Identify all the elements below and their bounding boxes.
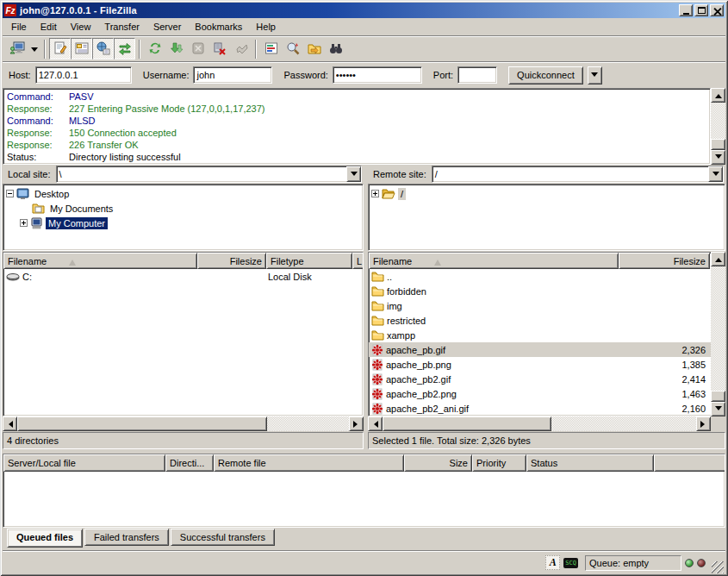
column-header-filetype[interactable]: Filetype: [266, 253, 352, 269]
transfer-type-icon[interactable]: A: [545, 555, 560, 570]
scrollbar-thumb[interactable]: [711, 391, 725, 402]
toggle-remote-tree-button[interactable]: [92, 38, 114, 59]
tab-queued-files[interactable]: Queued files: [7, 529, 83, 548]
synchronized-browsing-button[interactable]: [303, 38, 325, 59]
file-row[interactable]: img: [369, 298, 725, 313]
menu-item-server[interactable]: Server: [146, 19, 188, 34]
password-input[interactable]: [333, 66, 422, 84]
maximize-button[interactable]: [694, 4, 708, 16]
imagefile-icon: [371, 373, 383, 385]
file-row[interactable]: apache_pb2_ani.gif2,160: [369, 401, 725, 416]
tree-item-remote[interactable]: /: [369, 186, 725, 201]
find-files-button[interactable]: [325, 38, 346, 59]
menu-item-view[interactable]: View: [64, 19, 98, 34]
tab-successful-transfers[interactable]: Successful transfers: [171, 529, 275, 546]
reconnect-button[interactable]: [230, 38, 252, 59]
menu-item-edit[interactable]: Edit: [34, 19, 64, 34]
chevron-down-icon: [712, 172, 719, 179]
file-row[interactable]: apache_pb2.gif2,414: [369, 372, 725, 386]
site-manager-icon: [9, 41, 25, 57]
resize-grip[interactable]: [712, 561, 724, 573]
directory-listing-filters-button[interactable]: [260, 38, 282, 59]
minimize-button[interactable]: [679, 4, 693, 16]
process-queue-button[interactable]: [165, 38, 187, 59]
file-row[interactable]: apache_pb.gif2,326: [369, 342, 725, 357]
file-row[interactable]: forbidden: [369, 284, 725, 298]
expand-plus-icon[interactable]: [371, 190, 379, 197]
port-input[interactable]: [457, 66, 497, 84]
column-header-filename[interactable]: Filename: [369, 253, 619, 269]
scrollbar-thumb[interactable]: [711, 139, 725, 150]
window-title: john@127.0.0.1 - FileZilla: [20, 5, 677, 16]
compare-directories-button[interactable]: [282, 38, 303, 59]
scrollbar-thumb[interactable]: [383, 416, 551, 431]
filesize-cell: 2,160: [619, 401, 710, 416]
queue-column-blank[interactable]: [654, 454, 725, 472]
queue-column-server-local-file[interactable]: Server/Local file: [3, 454, 165, 472]
site-manager-button[interactable]: [6, 38, 28, 59]
toggle-local-tree-button[interactable]: [71, 38, 92, 59]
filename-cell: apache_pb2_ani.gif: [369, 401, 619, 416]
scroll-down-button[interactable]: [711, 150, 725, 165]
close-button[interactable]: [710, 4, 724, 16]
menu-item-help[interactable]: Help: [249, 19, 283, 34]
column-header-l[interactable]: L: [352, 253, 364, 269]
filename-cell: C:: [3, 269, 197, 284]
queue-column-priority[interactable]: Priority: [472, 454, 526, 472]
queue-column-size[interactable]: Size: [404, 454, 472, 472]
documents-icon: [32, 203, 45, 214]
collapse-minus-icon[interactable]: [6, 190, 14, 197]
title-bar[interactable]: Fz john@127.0.0.1 - FileZilla: [3, 3, 725, 18]
tree-item-local[interactable]: My Documents: [3, 201, 363, 216]
scroll-right-button[interactable]: [349, 416, 364, 431]
find-files-icon: [329, 41, 343, 57]
host-input[interactable]: [35, 66, 132, 84]
cancel-operation-button[interactable]: [187, 38, 208, 59]
speed-limits-icon[interactable]: SCQ: [563, 558, 578, 568]
local-site-dropdown[interactable]: [346, 166, 361, 182]
local-list-hscrollbar[interactable]: [3, 416, 364, 431]
toggle-message-log-button[interactable]: [49, 38, 71, 59]
column-header-filesize[interactable]: Filesize: [197, 253, 266, 269]
menu-item-bookmarks[interactable]: Bookmarks: [188, 19, 249, 34]
file-row[interactable]: apache_pb.png1,385: [369, 357, 725, 372]
column-header-filesize[interactable]: Filesize: [619, 253, 710, 269]
menu-item-transfer[interactable]: Transfer: [97, 19, 146, 34]
scroll-right-button[interactable]: [696, 416, 711, 431]
queue-column-directi-[interactable]: Directi...: [165, 454, 214, 472]
remote-list-vscrollbar[interactable]: [711, 252, 725, 416]
scroll-up-button[interactable]: [711, 88, 725, 103]
remote-list-hscrollbar[interactable]: [368, 416, 711, 431]
queue-column-remote-file[interactable]: Remote file: [214, 454, 404, 472]
scroll-down-button[interactable]: [711, 402, 725, 416]
scrollbar-thumb[interactable]: [17, 416, 267, 431]
site-manager-dropdown[interactable]: [28, 38, 40, 59]
remote-site-dropdown[interactable]: [708, 166, 723, 182]
file-row[interactable]: apache_pb2.png1,463: [369, 386, 725, 401]
queue-column-status[interactable]: Status: [526, 454, 654, 472]
message-log-scrollbar[interactable]: [711, 88, 725, 165]
filename-text: apache_pb2_ani.gif: [386, 404, 469, 414]
scroll-up-button[interactable]: [711, 252, 725, 266]
arrow-right-icon: [353, 421, 361, 428]
refresh-button[interactable]: [144, 38, 165, 59]
file-row[interactable]: C:Local Disk: [3, 269, 363, 284]
remote-site-combo[interactable]: /: [432, 166, 724, 183]
file-row[interactable]: restricted: [369, 313, 725, 328]
file-row[interactable]: xampp: [369, 328, 725, 342]
column-header-filename[interactable]: Filename: [3, 253, 197, 269]
scroll-left-button[interactable]: [368, 416, 383, 431]
local-site-combo[interactable]: \: [56, 166, 362, 183]
tree-item-local[interactable]: Desktop: [3, 186, 363, 201]
username-input[interactable]: [193, 66, 272, 84]
toggle-transfer-queue-button[interactable]: [114, 38, 135, 59]
disconnect-button[interactable]: [208, 38, 230, 59]
quickconnect-button[interactable]: Quickconnect: [508, 66, 583, 85]
scroll-left-button[interactable]: [3, 416, 17, 431]
menu-item-file[interactable]: File: [4, 19, 34, 34]
quickconnect-dropdown[interactable]: [588, 66, 602, 85]
tree-item-local[interactable]: My Computer: [3, 216, 363, 230]
tab-failed-transfers[interactable]: Failed transfers: [84, 529, 169, 546]
expand-plus-icon[interactable]: [20, 219, 28, 227]
file-row[interactable]: ..: [369, 269, 725, 284]
